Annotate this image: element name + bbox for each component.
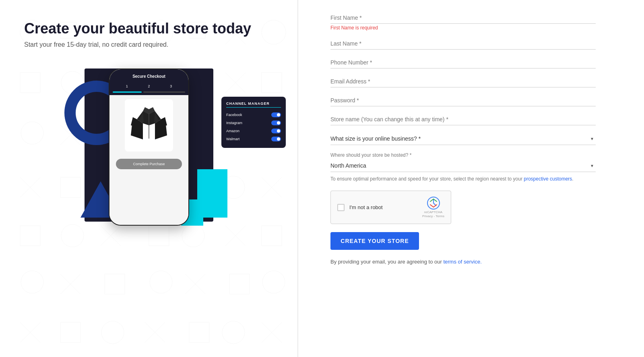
prospective-customers-link[interactable]: prospective customers [524, 176, 572, 182]
hosting-label: Where should your store be hosted? * [330, 152, 596, 158]
phone-complete-btn[interactable]: Complete Purchase [116, 159, 182, 169]
channel-instagram: Instagram [226, 119, 281, 127]
left-panel: Create your beautiful store today Start … [0, 0, 298, 357]
channel-popup-title: CHANNEL MANAGER [226, 102, 281, 108]
svg-point-54 [262, 271, 285, 293]
channel-amazon: Amazon [226, 127, 281, 135]
recaptcha-checkbox[interactable] [337, 204, 345, 211]
phone-area: Secure Checkout 1 2 3 [24, 64, 274, 234]
progress-inactive [143, 91, 185, 93]
channel-manager-popup: CHANNEL MANAGER Facebook Instagram Amazo… [221, 97, 286, 148]
create-store-button[interactable]: CREATE YOUR STORE [330, 232, 419, 250]
facebook-toggle[interactable] [271, 112, 281, 117]
svg-point-50 [150, 271, 172, 293]
terms-text: By providing your email, you are agreein… [330, 258, 596, 266]
instagram-toggle[interactable] [271, 120, 281, 125]
panel-divider [297, 0, 298, 357]
first-name-input[interactable] [330, 12, 596, 24]
store-name-group [330, 114, 596, 125]
recaptcha-left: I'm not a robot [337, 204, 383, 211]
password-group [330, 95, 596, 106]
recaptcha-logo-icon [427, 197, 440, 210]
phone-product-image [125, 99, 173, 152]
last-name-input[interactable] [330, 38, 596, 50]
email-group [330, 76, 596, 87]
hosting-group: Where should your store be hosted? * Nor… [330, 152, 596, 183]
svg-point-58 [101, 321, 124, 344]
svg-rect-53 [229, 274, 250, 294]
amazon-toggle[interactable] [271, 129, 281, 133]
svg-rect-61 [189, 322, 209, 342]
svg-point-46 [21, 271, 43, 293]
business-size-group: What size is your online business? * Jus… [330, 133, 596, 145]
last-name-group [330, 38, 596, 50]
svg-rect-49 [105, 274, 125, 294]
svg-point-62 [222, 321, 245, 344]
phone-header: Secure Checkout [109, 69, 188, 82]
business-size-wrapper: What size is your online business? * Jus… [330, 133, 596, 145]
password-input[interactable] [330, 95, 596, 106]
recaptcha-right: reCAPTCHAPrivacy - Terms [422, 197, 444, 218]
phone-mockup: Secure Checkout 1 2 3 [109, 68, 189, 226]
first-name-group: First Name is required [330, 12, 596, 31]
svg-rect-57 [60, 322, 80, 342]
channel-walmart: Walmart [226, 135, 281, 143]
recaptcha-label: I'm not a robot [349, 204, 383, 210]
progress-active [113, 91, 142, 93]
first-name-error: First Name is required [330, 25, 596, 31]
channel-facebook: Facebook [226, 111, 281, 119]
phone-group [330, 57, 596, 68]
walmart-toggle[interactable] [271, 137, 281, 141]
phone-input[interactable] [330, 57, 596, 68]
terms-of-service-link[interactable]: terms of service. [443, 259, 481, 265]
recaptcha-box[interactable]: I'm not a robot reCAPTCHAPrivacy - Terms [330, 191, 451, 224]
hosting-wrapper: North America Europe Asia Pacific ▼ [330, 160, 596, 172]
recaptcha-brand-text: reCAPTCHAPrivacy - Terms [422, 210, 444, 218]
business-size-select[interactable]: What size is your online business? * Jus… [330, 135, 596, 142]
page-subtitle: Start your free 15-day trial, no credit … [24, 41, 274, 48]
phone-steps: 1 2 3 [109, 82, 188, 91]
right-panel: First Name is required What size is your… [298, 0, 644, 357]
store-name-input[interactable] [330, 114, 596, 125]
hosting-select[interactable]: North America Europe Asia Pacific [330, 162, 596, 169]
hosting-hint: To ensure optimal performance and speed … [330, 175, 596, 183]
page-title: Create your beautiful store today [24, 20, 274, 37]
email-input[interactable] [330, 76, 596, 87]
